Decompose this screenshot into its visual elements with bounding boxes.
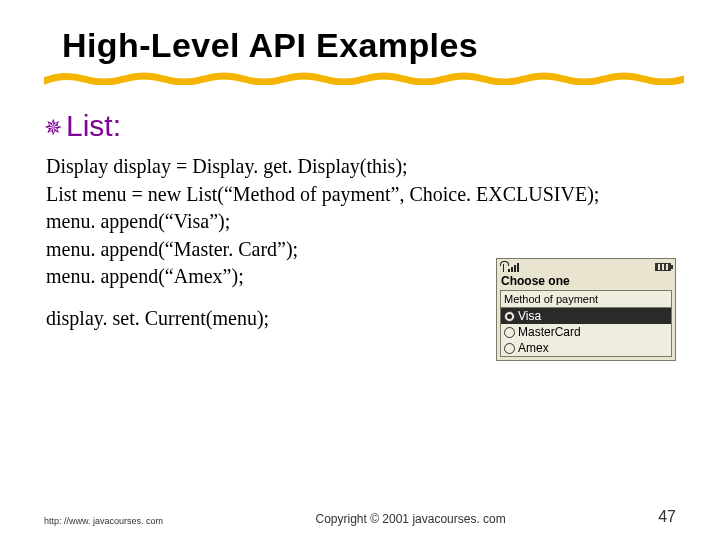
radio-icon bbox=[504, 343, 515, 354]
code-line: List menu = new List(“Method of payment”… bbox=[46, 181, 676, 209]
bullet-icon: ✵ bbox=[44, 115, 62, 141]
radio-label: Amex bbox=[518, 341, 549, 355]
radio-option-mastercard[interactable]: MasterCard bbox=[501, 324, 671, 340]
battery-icon bbox=[655, 263, 671, 271]
slide-title: High-Level API Examples bbox=[62, 26, 676, 65]
subtitle: List: bbox=[66, 109, 121, 143]
footer-url: http: //www. javacourses. com bbox=[44, 516, 163, 526]
radio-label: MasterCard bbox=[518, 325, 581, 339]
radio-icon bbox=[504, 327, 515, 338]
phone-emulator: Choose one Method of payment Visa Master… bbox=[496, 258, 676, 361]
footer-copyright: Copyright © 2001 javacourses. com bbox=[315, 512, 505, 526]
title-underline bbox=[44, 71, 676, 85]
signal-icon bbox=[501, 261, 519, 272]
phone-screen-title: Method of payment bbox=[501, 291, 671, 308]
radio-label: Visa bbox=[518, 309, 541, 323]
code-line: Display display = Display. get. Display(… bbox=[46, 153, 676, 181]
phone-screen: Method of payment Visa MasterCard Amex bbox=[500, 290, 672, 357]
radio-option-visa[interactable]: Visa bbox=[501, 308, 671, 324]
phone-window-title: Choose one bbox=[497, 274, 675, 290]
radio-icon bbox=[504, 311, 515, 322]
radio-option-amex[interactable]: Amex bbox=[501, 340, 671, 356]
code-line: menu. append(“Visa”); bbox=[46, 208, 676, 236]
page-number: 47 bbox=[658, 508, 676, 526]
